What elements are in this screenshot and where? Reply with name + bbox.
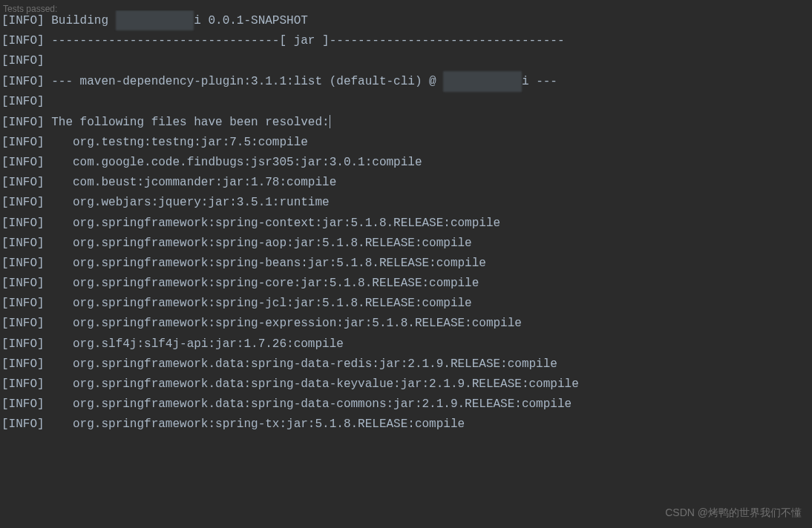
console-line: [INFO] org.slf4j:slf4j-api:jar:1.7.26:co…	[1, 334, 811, 354]
console-line: [INFO] com.google.code.findbugs:jsr305:j…	[1, 153, 811, 173]
redacted-text: xxxxxxxxxxx	[116, 10, 194, 30]
line-text-after: i 0.0.1-SNAPSHOT	[194, 14, 308, 27]
console-line: [INFO]	[1, 51, 811, 71]
console-line: [INFO] org.springframework:spring-jcl:ja…	[1, 294, 811, 314]
text-cursor	[330, 115, 330, 128]
console-line: [INFO] org.testng:testng:jar:7.5:compile	[1, 133, 811, 153]
redacted-text: xxxxxxxxxxx	[443, 71, 522, 91]
console-line: [INFO] org.webjars:jquery:jar:3.5.1:runt…	[1, 193, 811, 213]
line-text-before: [INFO] --- maven-dependency-plugin:3.1.1…	[1, 75, 443, 88]
console-line: [INFO] org.springframework:spring-core:j…	[1, 274, 811, 294]
console-line: [INFO] org.springframework:spring-beans:…	[1, 254, 811, 274]
console-line: [INFO] org.springframework.data:spring-d…	[1, 374, 811, 395]
console-line: [INFO] com.beust:jcommander:jar:1.78:com…	[1, 173, 811, 193]
watermark-text: CSDN @烤鸭的世界我们不懂	[665, 504, 802, 522]
console-line: [INFO] --- maven-dependency-plugin:3.1.1…	[1, 71, 811, 92]
console-line: [INFO] org.springframework:spring-expres…	[1, 314, 811, 334]
console-output[interactable]: [INFO] Building xxxxxxxxxxxi 0.0.1-SNAPS…	[0, 10, 812, 435]
console-line: [INFO] org.springframework:spring-aop:ja…	[1, 234, 811, 254]
test-status-bar: Tests passed:	[0, 0, 812, 10]
console-line: [INFO] --------------------------------[…	[1, 31, 811, 51]
console-line: [INFO]	[1, 92, 811, 112]
console-line: [INFO] Building xxxxxxxxxxxi 0.0.1-SNAPS…	[1, 10, 811, 31]
console-line: [INFO] org.springframework.data:spring-d…	[1, 395, 811, 415]
line-text-after: i ---	[522, 75, 557, 88]
console-line: [INFO] org.springframework:spring-contex…	[1, 214, 811, 234]
console-line: [INFO] org.springframework.data:spring-d…	[1, 354, 811, 374]
console-line: [INFO] org.springframework:spring-tx:jar…	[1, 415, 811, 435]
console-line: [INFO] The following files have been res…	[1, 113, 811, 133]
line-text-before: [INFO] Building	[1, 14, 116, 27]
